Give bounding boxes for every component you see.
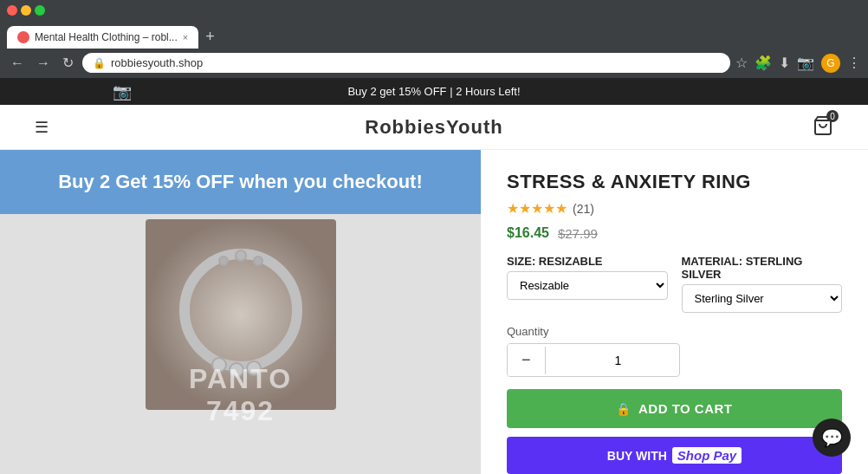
new-tab-button[interactable]: + (202, 24, 218, 49)
price-row: $16.45 $27.99 (507, 225, 842, 241)
panto-label: PANTO7492 (0, 363, 481, 427)
buy-now-button[interactable]: BUY WITH Shop Pay (507, 437, 842, 474)
site-header: ☰ RobbiesYouth 0 (0, 105, 868, 150)
announcement-bar: 📷 Buy 2 get 15% OFF | 2 Hours Left! (0, 78, 868, 105)
active-tab[interactable]: Mental Health Clothing – robl... × (7, 26, 198, 49)
download-icon[interactable]: ⬇ (779, 55, 790, 71)
extensions-icon[interactable]: 🧩 (755, 55, 772, 71)
tab-title: Mental Health Clothing – robl... (35, 31, 178, 43)
refresh-button[interactable]: ↻ (59, 53, 77, 73)
shop-pay-logo: Shop Pay (672, 447, 742, 464)
tab-close-icon[interactable]: × (183, 32, 188, 42)
window-controls[interactable] (7, 5, 45, 16)
quantity-stepper: − + (507, 343, 680, 377)
product-title: STRESS & ANXIETY RING (507, 171, 842, 193)
add-to-cart-label: ADD TO CART (638, 401, 733, 416)
rating-row: ★★★★★ (21) (507, 200, 842, 217)
quantity-label: Quantity (507, 325, 842, 338)
star-rating: ★★★★★ (507, 200, 567, 217)
chat-icon: 💬 (821, 427, 843, 448)
site-logo[interactable]: RobbiesYouth (365, 116, 502, 139)
review-count[interactable]: (21) (573, 202, 594, 216)
hamburger-menu-icon[interactable]: ☰ (35, 118, 49, 137)
size-label: Size: RESIZABLE (507, 255, 668, 268)
svg-point-4 (219, 256, 228, 265)
address-bar[interactable]: 🔒 robbiesyouth.shop (82, 53, 730, 73)
cart-count: 0 (826, 110, 839, 122)
quantity-decrease-button[interactable]: − (508, 344, 545, 376)
announcement-bar-wrapper: 📷 Buy 2 get 15% OFF | 2 Hours Left! (0, 78, 868, 105)
price-current: $16.45 (507, 225, 549, 241)
chat-bubble-button[interactable]: 💬 (813, 419, 851, 457)
tab-favicon (17, 31, 29, 43)
variant-section: Size: RESIZABLE Resizable Material: STER… (507, 255, 842, 313)
maximize-window-button[interactable] (35, 5, 45, 16)
size-select[interactable]: Resizable (507, 271, 668, 300)
bookmark-icon[interactable]: ☆ (735, 55, 748, 71)
announcement-text: Buy 2 get 15% OFF | 2 Hours Left! (347, 85, 520, 98)
product-details-column: STRESS & ANXIETY RING ★★★★★ (21) $16.45 … (481, 150, 868, 474)
close-window-button[interactable] (7, 5, 17, 16)
forward-button[interactable]: → (33, 54, 54, 73)
instagram-icon[interactable]: 📷 (113, 82, 132, 101)
site-wrapper: 📷 Buy 2 get 15% OFF | 2 Hours Left! ☰ Ro… (0, 78, 868, 474)
quantity-section: Quantity − + (507, 325, 842, 377)
cart-button[interactable]: 0 (813, 115, 833, 139)
product-layout: Buy 2 Get 15% OFF when you checkout! (0, 150, 868, 474)
buy-now-label: BUY WITH (607, 449, 667, 463)
material-label: Material: STERLING SILVER (682, 255, 843, 281)
material-select[interactable]: Sterling Silver (682, 284, 843, 313)
lock-icon: 🔒 (616, 402, 632, 416)
product-image-column: Buy 2 Get 15% OFF when you checkout! (0, 150, 481, 474)
tab-bar: Mental Health Clothing – robl... × + (0, 21, 868, 49)
product-promo-overlay: Buy 2 Get 15% OFF when you checkout! (0, 150, 481, 214)
menu-icon[interactable]: ⋮ (847, 55, 861, 71)
address-bar-row: ← → ↻ 🔒 robbiesyouth.shop ☆ 🧩 ⬇ 📷 G ⋮ (0, 49, 868, 78)
svg-point-3 (236, 250, 246, 261)
minimize-window-button[interactable] (21, 5, 31, 16)
price-original: $27.99 (558, 226, 598, 241)
toolbar-icons: ☆ 🧩 ⬇ 📷 G ⋮ (735, 54, 861, 73)
screenshot-icon[interactable]: 📷 (797, 55, 814, 71)
url-display: robbiesyouth.shop (111, 56, 203, 69)
quantity-input[interactable] (545, 347, 680, 374)
back-button[interactable]: ← (7, 54, 28, 73)
size-variant-group: Size: RESIZABLE Resizable (507, 255, 668, 313)
material-variant-group: Material: STERLING SILVER Sterling Silve… (682, 255, 843, 313)
lock-icon: 🔒 (93, 57, 106, 69)
profile-avatar[interactable]: G (821, 54, 840, 73)
svg-point-5 (254, 256, 262, 265)
browser-chrome (0, 0, 868, 21)
add-to-cart-button[interactable]: 🔒 ADD TO CART (507, 389, 842, 428)
